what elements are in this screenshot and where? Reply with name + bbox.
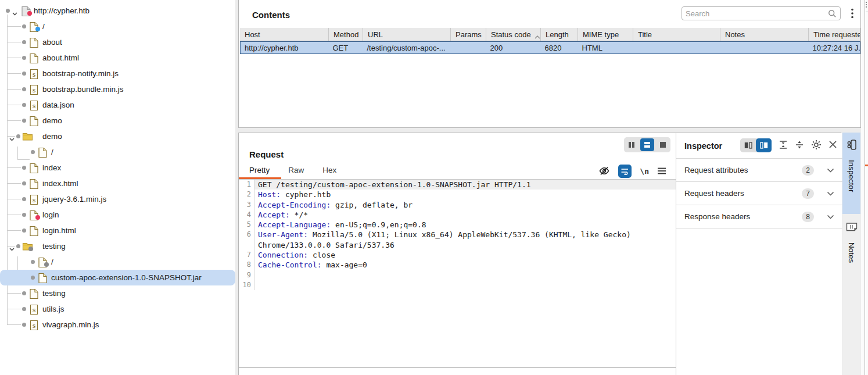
chevron-down-icon[interactable] xyxy=(827,212,834,221)
clipped-tab-underline-fragment xyxy=(865,165,868,166)
tree-node-bullet xyxy=(22,103,26,107)
tree-item-login.html[interactable]: login.html xyxy=(0,223,235,238)
script-icon: s xyxy=(29,84,39,97)
file-icon xyxy=(29,178,39,191)
tree-item-label: demo xyxy=(42,132,62,141)
tree-node-bullet xyxy=(22,307,26,311)
tree-item-testing[interactable]: testing xyxy=(0,238,235,254)
column-header-host[interactable]: Host xyxy=(240,28,329,41)
clipped-panel-sliver xyxy=(861,0,868,375)
inspector-close-icon[interactable] xyxy=(828,140,837,151)
editor-menu-icon[interactable] xyxy=(657,167,666,174)
chevron-expanded-icon[interactable] xyxy=(9,134,15,143)
column-header-params[interactable]: Params xyxy=(451,28,486,41)
request-editor[interactable]: 1GET /testing/custom-apoc-extension-1.0-… xyxy=(239,179,676,368)
tree-item-slash[interactable]: / xyxy=(0,144,235,160)
column-header-notes[interactable]: Notes xyxy=(720,28,809,41)
column-header-url[interactable]: URL xyxy=(363,28,451,41)
tree-item-slash[interactable]: / xyxy=(0,254,235,270)
tree-item-login[interactable]: login xyxy=(0,207,235,223)
newline-display-icon[interactable]: \n xyxy=(640,167,649,176)
request-tab-hex[interactable]: Hex xyxy=(322,166,336,179)
tree-item-bootstrap-notify.min.js[interactable]: sbootstrap-notify.min.js xyxy=(0,66,235,81)
request-tab-raw[interactable]: Raw xyxy=(288,166,304,179)
header-value: */* xyxy=(290,210,308,219)
column-header-label: Status code xyxy=(491,30,531,41)
side-tab-inspector[interactable]: Inspector xyxy=(842,133,860,214)
side-tab-notes[interactable]: Notes xyxy=(842,214,860,284)
table-row[interactable]: http://cypher.htbGET/testing/custom-apoc… xyxy=(240,41,860,54)
column-header-status-code[interactable]: Status code xyxy=(486,28,541,41)
notes-tab-icon xyxy=(847,221,857,234)
side-tab-label: Inspector xyxy=(847,160,856,192)
inspector-dock-toggle xyxy=(740,138,772,152)
chevron-expanded-icon[interactable] xyxy=(12,9,17,17)
tree-item-data.json[interactable]: sdata.json xyxy=(0,97,235,113)
collapse-all-icon[interactable] xyxy=(795,140,804,151)
line-number: 3 xyxy=(239,200,254,210)
layout-rows-button[interactable] xyxy=(640,138,654,151)
column-header-time-requested[interactable]: Time requested xyxy=(809,28,860,41)
line-number: 4 xyxy=(239,210,254,220)
svg-text:s: s xyxy=(33,197,36,204)
tree-item-jquery-3.6.1.min.js[interactable]: sjquery-3.6.1.min.js xyxy=(0,191,235,207)
clipped-border-fragment xyxy=(866,12,868,12)
tree-item-utils.js[interactable]: sutils.js xyxy=(0,301,235,317)
tree-item-about.html[interactable]: about.html xyxy=(0,50,235,66)
expand-all-icon[interactable] xyxy=(779,140,788,151)
chevron-expanded-icon[interactable] xyxy=(9,244,15,253)
tree-item-demo[interactable]: demo xyxy=(0,113,235,128)
section-label: Response headers xyxy=(684,212,802,221)
header-name: Accept: xyxy=(258,210,290,219)
tree-node-bullet xyxy=(16,134,20,138)
tree-item-http---cypher.htb[interactable]: http://cypher.htb xyxy=(0,3,235,19)
tree-item-index.html[interactable]: index.html xyxy=(0,176,235,191)
line-number: 1 xyxy=(239,180,254,190)
tree-item-vivagraph.min.js[interactable]: svivagraph.min.js xyxy=(0,317,235,333)
header-value: gzip, deflate, br xyxy=(331,201,413,209)
inspector-section-request-attributes[interactable]: Request attributes2 xyxy=(676,159,842,182)
table-cell: 10:27:24 16 J... xyxy=(809,42,860,53)
tree-item-custom-apoc-extension-1.0-snapshot.jar[interactable]: custom-apoc-extension-1.0-SNAPSHOT.jar xyxy=(0,270,235,285)
column-header-title[interactable]: Title xyxy=(633,28,720,41)
request-title: Request xyxy=(249,149,284,159)
tree-item-label: login.html xyxy=(42,226,76,235)
svg-text:s: s xyxy=(33,322,36,330)
chevron-down-icon[interactable] xyxy=(827,166,834,174)
inspector-tab-icon xyxy=(846,140,858,152)
table-cell: 6820 xyxy=(541,42,578,53)
contents-panel: Contents HostMethodURLParamsStatus codeL… xyxy=(238,0,861,128)
tree-item-slash[interactable]: / xyxy=(0,19,235,34)
layout-columns-button[interactable] xyxy=(625,138,639,151)
tree-item-index[interactable]: index xyxy=(0,160,235,176)
column-header-mime-type[interactable]: MIME type xyxy=(578,28,633,41)
column-header-method[interactable]: Method xyxy=(329,28,363,41)
search-input[interactable] xyxy=(682,9,828,18)
search-box[interactable] xyxy=(682,6,841,20)
inspector-section-response-headers[interactable]: Response headers8 xyxy=(676,205,842,228)
column-header-length[interactable]: Length xyxy=(541,28,578,41)
layout-tabs-button[interactable] xyxy=(656,138,670,151)
line-number: 2 xyxy=(239,190,254,199)
line-number: 6 xyxy=(239,230,254,240)
tree-item-label: / xyxy=(51,258,53,266)
tree-item-label: demo xyxy=(42,116,62,125)
inspector-section-request-headers[interactable]: Request headers7 xyxy=(676,182,842,205)
contents-title: Contents xyxy=(252,10,290,20)
hide-nonprintable-icon[interactable] xyxy=(598,166,610,176)
dock-left-button[interactable] xyxy=(740,138,756,152)
word-wrap-toggle-icon[interactable] xyxy=(618,165,632,178)
tree-item-bootstrap.bundle.min.js[interactable]: sbootstrap.bundle.min.js xyxy=(0,81,235,97)
section-label: Request attributes xyxy=(684,166,802,174)
tree-item-about[interactable]: about xyxy=(0,34,235,50)
tree-item-testing[interactable]: testing xyxy=(0,285,235,301)
chevron-down-icon[interactable] xyxy=(827,189,834,198)
tree-item-label: index.html xyxy=(42,179,78,188)
request-line-text: Accept: */* xyxy=(254,210,676,220)
request-line-text: Accept-Language: en-US;q=0.9,en;q=0.8 xyxy=(254,220,676,230)
kebab-menu-icon[interactable] xyxy=(848,7,857,20)
tree-item-demo[interactable]: demo xyxy=(0,128,235,144)
inspector-settings-gear-icon[interactable] xyxy=(811,140,822,152)
tree-node-bullet xyxy=(22,40,26,44)
dock-right-button[interactable] xyxy=(756,138,772,152)
